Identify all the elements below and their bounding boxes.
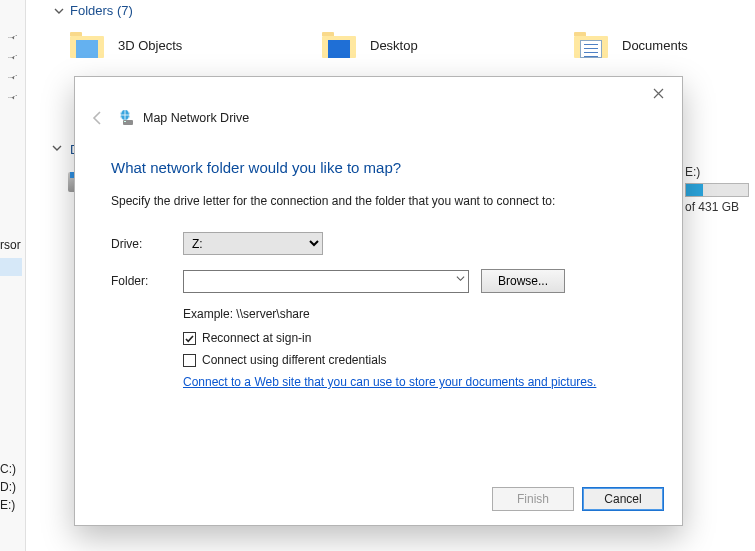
folder-item-3d-objects[interactable]: 3D Objects (70, 32, 182, 58)
folder-label: 3D Objects (118, 38, 182, 53)
reconnect-row[interactable]: Reconnect at sign-in (183, 331, 652, 345)
connect-website-link[interactable]: Connect to a Web site that you can use t… (183, 375, 596, 389)
pin-icon (6, 70, 20, 84)
pin-icon (6, 90, 20, 104)
folder-label: Desktop (370, 38, 418, 53)
network-drive-icon (117, 109, 135, 127)
wizard-header: Map Network Drive (87, 107, 249, 129)
drive-row: Drive: Z: (111, 232, 652, 255)
reconnect-checkbox[interactable] (183, 332, 196, 345)
reconnect-label: Reconnect at sign-in (202, 331, 311, 345)
chevron-down-icon (52, 143, 66, 157)
wizard-title: Map Network Drive (143, 111, 249, 125)
folder-icon (574, 32, 608, 58)
folder-item-documents[interactable]: Documents (574, 32, 688, 58)
selected-fragment (0, 258, 22, 276)
browse-button[interactable]: Browse... (481, 269, 565, 293)
folder-item-desktop[interactable]: Desktop (322, 32, 418, 58)
folder-icon (70, 32, 104, 58)
diff-creds-label: Connect using different credentials (202, 353, 387, 367)
folder-row: Folder: Browse... (111, 269, 652, 293)
drive-label: Drive: (111, 237, 183, 251)
wizard-heading: What network folder would you like to ma… (111, 159, 652, 176)
drive-capacity-sliver: E:) of 431 GB (685, 165, 755, 214)
capacity-bar (685, 183, 749, 197)
finish-button: Finish (492, 487, 574, 511)
example-text: Example: \\server\share (183, 307, 652, 321)
close-button[interactable] (644, 83, 672, 103)
svg-rect-2 (124, 121, 126, 122)
wizard-footer: Finish Cancel (492, 487, 664, 511)
map-network-drive-wizard: Map Network Drive What network folder wo… (74, 76, 683, 526)
sidebar-fragment: D:) (0, 480, 16, 494)
pin-icon (6, 50, 20, 64)
folder-icon (322, 32, 356, 58)
folders-header-label: Folders (7) (70, 3, 133, 18)
folder-label: Documents (622, 38, 688, 53)
chevron-down-icon (52, 4, 66, 18)
cancel-button[interactable]: Cancel (582, 487, 664, 511)
sidebar-fragment: rsor (0, 238, 21, 252)
wizard-body: What network folder would you like to ma… (111, 159, 652, 389)
svg-rect-1 (123, 120, 133, 125)
drive-letter-label: E:) (685, 165, 755, 179)
pin-icon (6, 30, 20, 44)
sidebar-fragment: C:) (0, 462, 16, 476)
folder-label: Folder: (111, 274, 183, 288)
folder-combobox[interactable] (183, 270, 469, 293)
sidebar-fragment: E:) (0, 498, 15, 512)
drive-select[interactable]: Z: (183, 232, 323, 255)
diff-creds-checkbox[interactable] (183, 354, 196, 367)
back-button (87, 107, 109, 129)
folders-section-header[interactable]: Folders (7) (52, 3, 133, 18)
wizard-subtext: Specify the drive letter for the connect… (111, 194, 652, 208)
diff-creds-row[interactable]: Connect using different credentials (183, 353, 652, 367)
chevron-down-icon (456, 274, 465, 285)
drive-free-label: of 431 GB (685, 200, 755, 214)
